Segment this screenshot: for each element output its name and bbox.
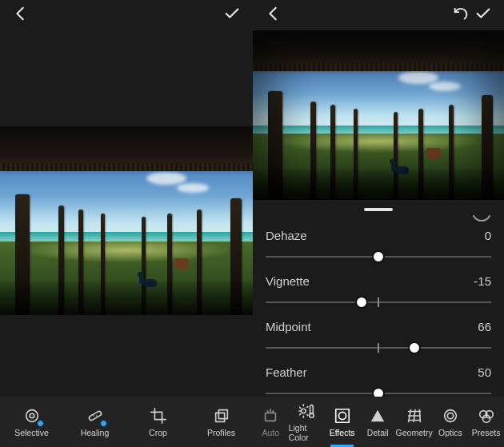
tool-auto[interactable]: Auto [253,397,289,447]
lens-icon [442,407,459,425]
undo-button[interactable] [450,2,472,25]
sun-therm-icon [298,402,315,420]
tool-label: Selective [14,428,49,437]
left-topbar [0,0,253,27]
svg-rect-5 [218,409,227,418]
svg-rect-7 [266,413,276,421]
tool-label: Optics [438,428,462,437]
chevron-left-icon [265,5,282,22]
bandaid-icon [86,407,104,425]
slider-thumb[interactable] [372,250,385,263]
tool-crop[interactable]: Crop [126,397,190,447]
back-button[interactable] [262,2,285,25]
right-topbar [253,0,504,27]
slider-label: Dehaze [266,229,307,242]
tool-light[interactable]: Light Color [289,397,325,447]
svg-rect-11 [335,409,349,422]
checkmark-icon [223,5,241,22]
stacksquare-icon [213,407,230,425]
tool-detail[interactable]: Detail [360,397,396,447]
photo-preview-right[interactable] [253,30,504,200]
slider-dehaze[interactable]: Dehaze 0 [266,229,491,265]
slider-vignette[interactable]: Vignette -15 [266,274,491,310]
slider-track[interactable] [266,294,491,310]
tool-optics[interactable]: Optics [433,397,469,447]
tool-presets[interactable]: Presets [468,397,504,447]
svg-point-12 [338,412,346,419]
premium-badge-icon [37,420,44,427]
tool-selective[interactable]: Selective [0,397,63,447]
tool-label: Presets [472,428,501,437]
checkmark-icon [474,5,492,22]
slider-thumb[interactable] [408,341,421,354]
undo-icon [452,5,470,22]
tool-effects[interactable]: Effects [324,397,360,447]
svg-rect-2 [88,410,102,421]
svg-point-13 [445,409,457,421]
premium-badge-icon [100,420,107,427]
slider-value: 66 [478,320,491,333]
target-icon [23,407,41,425]
svg-point-1 [30,413,34,418]
svg-point-0 [26,409,38,421]
svg-rect-6 [215,413,224,421]
slider-label: Midpoint [266,320,311,333]
slider-track[interactable] [266,340,491,356]
tool-label: Light Color [289,423,325,442]
slider-value: -15 [474,274,491,288]
triangle-icon [369,407,386,425]
tool-profiles[interactable]: Profiles [190,397,253,447]
tool-geometry[interactable]: Geometry [396,397,433,447]
tool-label: Profiles [207,428,235,437]
crop-icon [150,407,167,425]
tool-label: Healing [81,428,110,437]
slider-label: Feather [266,365,307,379]
tool-label: Effects [330,428,355,437]
vignette-sq-icon [334,407,351,425]
tool-label: Auto [262,428,280,437]
slider-value: 50 [478,365,491,379]
slider-label: Vignette [266,274,310,288]
tool-healing[interactable]: Healing [63,397,126,447]
toolbar-right: Auto Light Color Effects Detail Geometry… [253,397,504,447]
chevron-left-icon [12,5,30,22]
presets-icon [478,407,495,425]
right-pane: Dehaze 0 Vignette -15 Midpoint 66 Feathe… [253,0,504,447]
magic-icon [262,407,279,425]
svg-point-3 [93,415,94,416]
left-pane: Selective Healing Crop Profiles [0,0,253,447]
tool-label: Detail [367,428,389,437]
toolbar-left: Selective Healing Crop Profiles [0,397,253,447]
back-button[interactable] [10,2,32,25]
slider-track[interactable] [266,249,491,265]
tool-label: Geometry [396,428,433,437]
svg-point-8 [302,409,306,413]
svg-point-14 [447,413,453,418]
collapse-arc-icon[interactable] [253,214,504,225]
slider-value: 0 [485,229,491,242]
slider-thumb[interactable] [355,296,368,309]
panel-drag-handle[interactable] [364,208,393,211]
slider-midpoint[interactable]: Midpoint 66 [266,320,491,356]
photo-preview-left[interactable] [0,126,253,315]
confirm-button[interactable] [221,2,243,25]
tool-label: Crop [149,428,167,437]
svg-point-4 [96,415,97,416]
confirm-button[interactable] [472,2,494,25]
grid3d-icon [406,407,423,425]
